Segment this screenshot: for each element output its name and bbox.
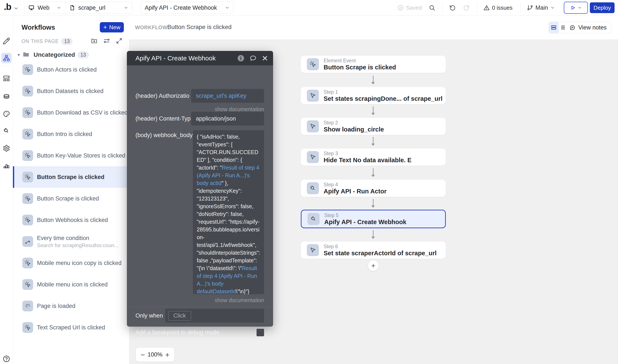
comment-icon[interactable] (249, 55, 257, 62)
only-when-label: Only when (135, 309, 163, 323)
divider (2, 34, 11, 35)
page-load-icon (25, 303, 31, 309)
deploy-button[interactable]: Deploy (590, 2, 615, 13)
cursor-click-icon (25, 324, 31, 331)
webhook-body-textarea[interactable]: { "isAdHoc": false, "eventTypes": [ "ACT… (193, 130, 264, 294)
preview-button[interactable] (564, 2, 588, 14)
view-notes-button[interactable]: View notes (565, 22, 611, 33)
play-icon (570, 5, 576, 11)
step-title: Apify API - Create Webhook (324, 219, 406, 226)
step-title: Set state scraperActorId of scrape_url (324, 250, 437, 257)
card-view-icon (551, 24, 557, 31)
content-type-input[interactable]: application/json (191, 112, 264, 126)
step-type-chip (307, 151, 319, 163)
flow-arrow-icon (373, 168, 374, 175)
chevron-down-icon (56, 5, 61, 10)
folder-name: Uncategorized (34, 51, 75, 58)
undo-button[interactable] (449, 0, 456, 15)
sidebar-item-workflows[interactable] (1, 53, 12, 63)
cursor-click-icon (25, 88, 31, 94)
step-card-step-1[interactable]: Step 1Set states scrapingDone... of scra… (301, 87, 446, 104)
workflow-list-item[interactable]: Button Scrape is clicked (13, 166, 129, 188)
workflow-icon (3, 54, 10, 62)
only-when-input[interactable]: Click (165, 309, 264, 323)
redo-button[interactable] (463, 0, 470, 15)
workflow-list-item[interactable]: Button Webhooks is clicked (13, 209, 129, 231)
page-name-dropdown[interactable]: scrape_url (65, 2, 132, 13)
plug-icon (3, 127, 10, 134)
page-type-dropdown[interactable]: Web (24, 2, 65, 13)
workflow-list-item[interactable]: Page is loaded (13, 295, 129, 317)
bubble-logo[interactable]: .b (4, 2, 11, 12)
new-workflow-button[interactable]: + New (100, 22, 124, 32)
workflow-list-item[interactable]: Mobile menu icon is clicked (13, 274, 129, 295)
info-icon[interactable] (237, 54, 245, 62)
sidebar-item-styles[interactable] (3, 110, 10, 117)
close-icon[interactable] (261, 55, 268, 62)
workflow-list-item[interactable]: Button Intro is clicked (13, 123, 129, 145)
cursor-click-icon (25, 174, 31, 180)
workflow-list-item[interactable]: Button Key-Value Stores is clicked (13, 145, 129, 166)
new-folder-button[interactable] (91, 37, 98, 44)
workflow-list-item[interactable]: Every time conditionSearch for scrapingR… (13, 231, 129, 252)
step-card-step-5[interactable]: Step 5Apify API - Create Webhook (301, 210, 446, 228)
branch-dropdown[interactable]: Main (527, 0, 555, 15)
workflow-list-item[interactable]: Mobile menu icon copy is clicked (13, 252, 129, 274)
folder-uncategorized[interactable]: ▾ Uncategorized 13 (18, 50, 89, 60)
flow-arrow-icon (373, 106, 374, 113)
workflow-list-item[interactable]: Button Actors is clicked (13, 59, 129, 80)
sidebar-item-help[interactable] (3, 355, 10, 363)
page-icon (69, 5, 75, 11)
note-bubble-icon (569, 24, 576, 31)
step-card-step-4[interactable]: Step 4Apify API - Run Actor (301, 180, 446, 197)
step-type-chip (308, 213, 320, 225)
step-type-chip (307, 58, 319, 70)
add-step-button[interactable]: + (368, 260, 379, 271)
show-documentation-link[interactable]: show documentation (215, 106, 264, 112)
action-properties-modal: Apify API - Create Webhook (header) Auth… (127, 51, 273, 327)
zoom-out-icon[interactable]: − (141, 351, 145, 358)
workflow-list-item[interactable]: Button Download as CSV is clicked (13, 102, 129, 123)
breakpoint-checkbox[interactable] (256, 329, 264, 336)
event-type-chip (22, 215, 33, 225)
only-when-placeholder: Click (168, 311, 191, 321)
workflow-item-title: Mobile menu icon is clicked (37, 281, 108, 288)
show-documentation-link[interactable]: show documentation (215, 297, 264, 303)
bubble-editor: .b Web scrape_url Apify API - Create Web… (0, 0, 618, 364)
workflow-list-item[interactable]: Text Scraped Url is clicked (13, 317, 129, 338)
issues-button[interactable]: 0 issues (484, 0, 512, 15)
sidebar-item-data[interactable] (3, 93, 10, 100)
sidebar-item-logs[interactable] (3, 162, 10, 169)
step-kicker: Step 1 (324, 89, 338, 95)
search-button[interactable] (429, 0, 435, 15)
sidebar-item-components[interactable] (3, 75, 10, 82)
sidebar-item-plugins[interactable] (3, 127, 10, 134)
sidebar-item-settings[interactable] (3, 145, 10, 152)
monitor-icon (28, 4, 35, 11)
logo-menu-chevron-down-icon[interactable] (13, 6, 19, 11)
workflow-list-item[interactable]: Button Scrape is clicked (13, 188, 129, 209)
card-view-button[interactable] (549, 22, 559, 33)
zoom-in-icon[interactable]: + (165, 351, 169, 358)
authorization-input[interactable]: scrape_url's apiKey (191, 89, 264, 103)
step-card-step-3[interactable]: Step 3Hide Text No data available. E (301, 148, 446, 166)
modal-title: Apify API - Create Webhook (135, 55, 216, 62)
modal-header[interactable]: Apify API - Create Webhook (127, 51, 273, 65)
json-text: \"\n}"} (236, 288, 249, 294)
plus-icon: + (103, 24, 107, 30)
field-label-authorization: (header) Authorizatio (135, 89, 189, 103)
expand-button[interactable] (116, 37, 122, 44)
workflow-selector-dropdown[interactable]: Apify API - Create Webhook (141, 2, 234, 14)
step-card-step-6[interactable]: Step 6Set state scraperActorId of scrape… (301, 242, 446, 259)
event-type-chip (22, 301, 33, 311)
workflow-list-item[interactable]: Button Datasets is clicked (13, 80, 129, 102)
step-card-step-2[interactable]: Step 2Show loading_circle (301, 118, 446, 135)
event-type-chip (22, 258, 33, 268)
plug-icon (310, 216, 317, 222)
cursor-icon (309, 123, 316, 130)
step-title: Hide Text No data available. E (324, 157, 412, 164)
step-card-element-event[interactable]: Element EventButton Scrape is clicked (301, 56, 446, 73)
workflow-item-title: Button Scrape is clicked (37, 195, 99, 202)
filter-button[interactable] (103, 37, 110, 44)
sidebar-item-design[interactable] (3, 37, 10, 45)
